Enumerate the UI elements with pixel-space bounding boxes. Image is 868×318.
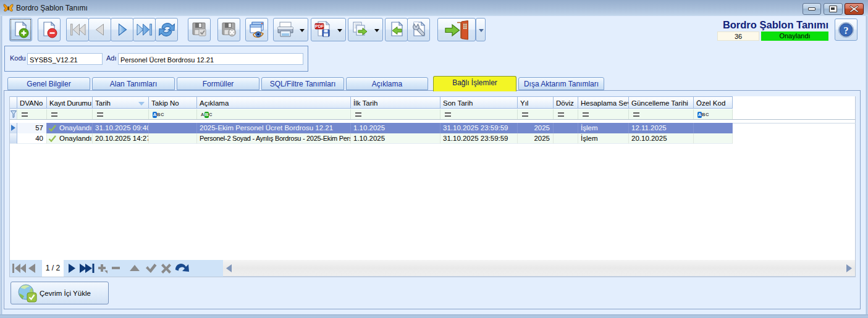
svg-text:?: ? <box>844 25 849 36</box>
svg-text:PDF: PDF <box>315 24 324 28</box>
